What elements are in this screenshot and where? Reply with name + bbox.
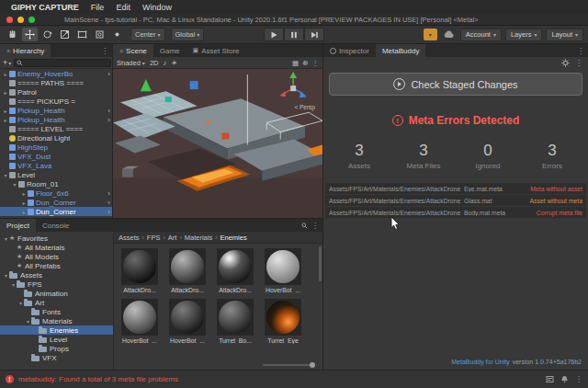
space-toggle-button[interactable]: Global▾ (171, 28, 205, 41)
hierarchy-item[interactable]: VFX_Lava (0, 161, 112, 170)
asset-item[interactable]: Turret_Bo... (215, 299, 255, 344)
scale-tool-button[interactable] (57, 28, 73, 41)
breadcrumb-item-current[interactable]: Enemies (220, 234, 247, 242)
scene-viewport[interactable]: < Persp (113, 69, 322, 218)
tab-project[interactable]: Project (0, 219, 36, 232)
disclosure-arrow[interactable]: ▸ (20, 209, 28, 215)
statusbar-message[interactable]: metabuddy: Found a total of 3 meta file … (18, 375, 178, 383)
grid-scrollbar[interactable] (319, 246, 322, 281)
tab-inspector[interactable]: Inspector (323, 44, 376, 57)
console-icon[interactable] (546, 375, 554, 383)
hierarchy-item[interactable]: ▸Patrol (0, 87, 112, 97)
more-menu-icon[interactable]: ⋮ (311, 222, 319, 230)
hand-tool-button[interactable] (5, 28, 20, 41)
2d-toggle-button[interactable]: 2D (150, 59, 159, 67)
tree-item-fonts[interactable]: Fonts (0, 307, 113, 316)
disclosure-arrow[interactable]: ▸ (2, 108, 9, 114)
more-menu-icon[interactable]: ⋮ (101, 47, 108, 55)
tree-item-all-materials[interactable]: ★All Materials (0, 243, 113, 252)
tab-hierarchy[interactable]: ≡ Hierarchy (0, 44, 51, 57)
tree-item-favorites[interactable]: ▾★Favorites (0, 234, 113, 243)
transform-tool-button[interactable] (92, 28, 107, 41)
menubar-item-file[interactable]: File (91, 3, 105, 12)
zoom-window-button[interactable] (28, 17, 35, 23)
disclosure-arrow[interactable]: ▾ (2, 172, 9, 178)
hierarchy-item-selected[interactable]: ▸Dun_Corner› (0, 207, 112, 216)
search-icon[interactable] (301, 223, 308, 229)
tree-item-props[interactable]: Props (0, 344, 113, 353)
disclosure-arrow[interactable]: ▾ (10, 281, 17, 288)
pause-button[interactable] (284, 28, 304, 41)
check-staged-changes-button[interactable]: Check Staged Changes (329, 73, 582, 96)
more-menu-icon[interactable]: ⋮ (575, 375, 582, 383)
bell-icon[interactable] (560, 375, 569, 383)
perspective-gizmo-label[interactable]: < Persp (294, 104, 315, 110)
more-menu-icon[interactable]: ⋮ (312, 59, 320, 67)
disclosure-arrow[interactable]: ▸ (2, 89, 9, 96)
collab-button[interactable]: ▾ (424, 29, 437, 40)
tree-item-fps[interactable]: ▾FPS (0, 280, 113, 289)
move-tool-button[interactable] (22, 28, 38, 41)
hierarchy-item[interactable]: ▾Level (0, 170, 112, 179)
shading-mode-dropdown[interactable]: Shaded▾ (117, 59, 145, 67)
disclosure-arrow[interactable]: ▸ (2, 71, 9, 77)
hierarchy-item[interactable]: HighStep (0, 143, 112, 152)
tab-scene[interactable]: ≡Scene (113, 44, 153, 57)
slider-knob[interactable] (310, 362, 315, 368)
gizmos-icon[interactable]: ⊕ (302, 59, 308, 67)
more-menu-icon[interactable]: ⋮ (577, 47, 584, 55)
thumbnail-size-slider[interactable] (263, 364, 313, 366)
tree-item-materials[interactable]: ▾Materials (0, 316, 113, 325)
error-badge-icon[interactable]: ! (6, 375, 14, 383)
hierarchy-item[interactable]: ▸Pickup_Health› (0, 106, 112, 115)
tree-item-level[interactable]: Level (0, 335, 113, 344)
metabuddy-link[interactable]: MetaBuddy for Unity (451, 359, 509, 365)
prefab-open-chevron[interactable]: › (106, 70, 112, 78)
gear-icon[interactable] (561, 59, 570, 67)
breadcrumb-item[interactable]: Assets (119, 234, 140, 242)
asset-item[interactable]: AttackDro... (215, 248, 255, 293)
close-window-button[interactable] (6, 17, 13, 23)
meta-error-row[interactable]: Assets/FPS/Art/Materials/Enemies/AttackD… (325, 183, 586, 194)
cloud-icon[interactable] (441, 28, 457, 41)
breadcrumb-item[interactable]: Art (168, 234, 177, 242)
tree-item-assets[interactable]: ▾Assets (0, 270, 113, 280)
tab-metabuddy[interactable]: MetaBuddy (376, 44, 425, 57)
asset-item[interactable]: HoverBot_... (263, 248, 303, 293)
hierarchy-item[interactable]: VFX_Dust (0, 152, 112, 161)
disclosure-arrow[interactable]: ▸ (20, 200, 28, 206)
disclosure-arrow[interactable]: ▾ (17, 300, 24, 306)
more-menu-icon[interactable]: ⋮ (575, 59, 582, 67)
custom-tool-button[interactable] (109, 28, 125, 41)
asset-item[interactable]: AttackDro... (167, 248, 208, 293)
disclosure-arrow[interactable]: ▸ (2, 117, 9, 123)
breadcrumb-item[interactable]: Materials (185, 234, 212, 242)
prefab-open-chevron[interactable]: › (106, 116, 112, 124)
tab-game[interactable]: Game (153, 44, 187, 57)
hierarchy-item[interactable]: ===== LEVEL ==== (0, 124, 112, 133)
account-dropdown[interactable]: Account▾ (460, 29, 502, 41)
step-button[interactable] (304, 28, 324, 41)
disclosure-arrow[interactable]: ▾ (3, 235, 9, 242)
tab-asset-store[interactable]: ▣Asset Store (187, 44, 246, 57)
disclosure-arrow[interactable]: ▾ (25, 318, 31, 325)
hierarchy-item[interactable]: Directional Light (0, 133, 112, 143)
rotate-tool-button[interactable] (40, 28, 55, 41)
pivot-toggle-button[interactable]: Center▾ (130, 28, 165, 41)
minimize-window-button[interactable] (17, 17, 24, 23)
hierarchy-item[interactable]: ▾Room_01 (0, 179, 112, 188)
menubar-app-name[interactable]: GIPHY CAPTURE (11, 3, 79, 12)
hierarchy-searchbox[interactable] (14, 59, 111, 67)
lighting-toggle-icon[interactable]: ☀ (171, 59, 177, 67)
layers-dropdown[interactable]: Layers▾ (505, 29, 543, 41)
layout-dropdown[interactable]: Layout▾ (546, 29, 583, 41)
grid-icon[interactable]: ▦ (292, 59, 299, 67)
hierarchy-item[interactable]: ▸Enemy_HoverBo› (0, 69, 112, 78)
disclosure-arrow[interactable]: ▾ (3, 272, 9, 279)
tree-item-all-models[interactable]: ★All Models (0, 252, 113, 261)
hierarchy-item[interactable]: ===== PATHS ==== (0, 78, 112, 87)
hierarchy-item[interactable]: ▸Pickup_Health› (0, 115, 112, 124)
prefab-open-chevron[interactable]: › (106, 189, 112, 198)
prefab-open-chevron[interactable]: › (106, 199, 112, 207)
create-object-button[interactable]: +▾ (3, 58, 11, 67)
